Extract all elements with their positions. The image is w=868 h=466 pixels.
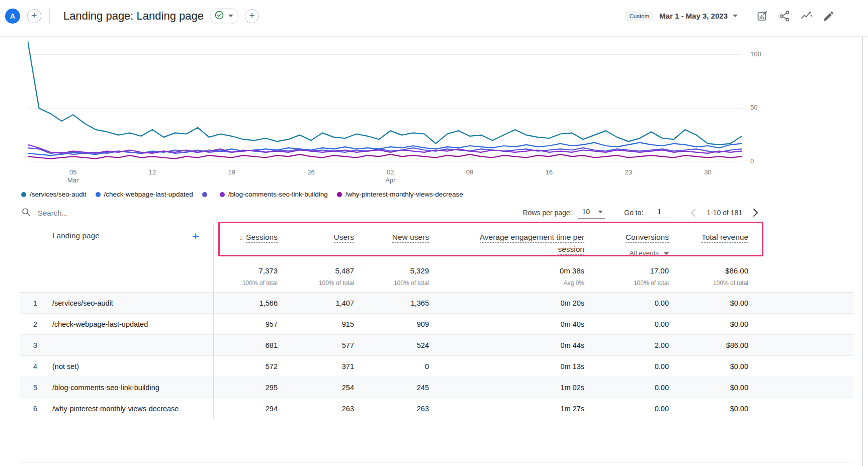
customize-report-icon[interactable]	[756, 10, 768, 22]
landing-page-cell[interactable]: /why-pinterest-monthly-views-decrease	[44, 405, 213, 413]
scrollbar[interactable]	[862, 37, 863, 466]
search-icon	[21, 207, 31, 219]
next-page-icon[interactable]	[749, 207, 761, 219]
add-comparison-button[interactable]: +	[27, 9, 41, 23]
row-number: 1	[20, 299, 44, 307]
goto-label: Go to:	[624, 209, 643, 217]
column-header-users[interactable]: Users	[278, 223, 354, 243]
report-saved-status-button[interactable]	[210, 8, 239, 24]
total-revenue-cell: $0.00	[669, 405, 748, 413]
report-table: Landing page + ↓Sessions Users New users…	[20, 223, 853, 419]
date-range-text[interactable]: Mar 1 - May 3, 2023	[659, 12, 728, 20]
conversions-event-filter[interactable]: All events	[584, 247, 669, 259]
legend-item[interactable]: /check-webpage-last-updated	[96, 191, 193, 198]
conversions-cell: 0.00	[584, 320, 669, 328]
x-axis-tick-label: 05Mar	[59, 168, 87, 184]
header-actions: Custom Mar 1 - May 3, 2023	[625, 10, 868, 23]
legend-label: /blog-comments-seo-link-building	[228, 191, 328, 198]
column-header-new-users[interactable]: New users	[354, 223, 429, 243]
edit-icon[interactable]	[823, 10, 835, 22]
users-cell: 254	[278, 384, 354, 392]
row-number: 2	[20, 320, 44, 328]
sessions-cell: 294	[213, 405, 278, 413]
share-icon[interactable]	[778, 10, 791, 22]
users-cell: 263	[278, 405, 354, 413]
landing-page-cell[interactable]: /blog-comments-seo-link-building	[44, 384, 213, 392]
legend-dot-icon	[21, 192, 26, 197]
column-header-total-revenue[interactable]: Total revenue	[669, 223, 748, 243]
search-input[interactable]	[38, 209, 189, 217]
legend-dot-icon	[220, 192, 225, 197]
x-axis-tick-label: 02Apr	[376, 168, 404, 184]
legend-item[interactable]: /blog-comments-seo-link-building	[220, 191, 328, 198]
column-header-conversions[interactable]: Conversions All events	[584, 223, 669, 259]
search-box	[21, 207, 189, 219]
table-row[interactable]: 6 /why-pinterest-monthly-views-decrease …	[20, 398, 853, 419]
legend-dot-icon	[96, 192, 101, 197]
totals-conversions: 17.00100% of total	[584, 260, 669, 292]
totals-sessions: 7,373100% of total	[213, 260, 278, 292]
chart-line[interactable]	[28, 41, 742, 145]
header-divider	[49, 9, 50, 23]
y-axis-tick-label: 50	[750, 104, 770, 111]
table-row[interactable]: 3 681 577 524 0m 44s 2.00 $86.00	[20, 335, 853, 356]
legend-item[interactable]: /services/seo-audit	[21, 191, 86, 198]
table-controls: Rows per page: 10 Go to: 1-10 of 181	[0, 202, 868, 223]
chart-line[interactable]	[28, 145, 742, 153]
add-metric-button[interactable]: +	[245, 9, 259, 23]
conversions-cell: 0.00	[584, 362, 669, 370]
table-row[interactable]: 1 /services/seo-audit 1,566 1,407 1,365 …	[20, 293, 853, 314]
x-axis-tick-label: 23	[615, 168, 643, 176]
dimension-header-label[interactable]: Landing page	[52, 231, 100, 240]
legend-item[interactable]: /why-pinterest-monthly-views-decrease	[337, 191, 463, 198]
legend-dot-icon	[202, 192, 207, 197]
top-bar: A + Landing page: Landing page + Custom …	[0, 0, 868, 32]
totals-avg-engagement: 0m 38sAvg 0%	[429, 260, 584, 292]
table-row[interactable]: 4 (not set) 572 371 0 0m 13s 0.00 $0.00	[20, 356, 853, 377]
column-header-avg-engagement[interactable]: Average engagement time per session	[429, 223, 584, 255]
new-users-cell: 0	[354, 362, 429, 370]
rows-per-page-select[interactable]: 10	[578, 207, 605, 219]
chart-plot-area[interactable]	[28, 38, 742, 164]
date-range-caret-icon[interactable]	[733, 15, 738, 17]
landing-page-cell[interactable]: /check-webpage-last-updated	[44, 320, 213, 328]
avg-engagement-cell: 0m 20s	[429, 299, 584, 307]
x-axis-tick-label: 09	[456, 168, 484, 176]
rows-per-page-label: Rows per page:	[523, 209, 572, 217]
actions-divider	[746, 10, 746, 23]
conversions-cell: 2.00	[584, 341, 669, 349]
legend-label: /services/seo-audit	[30, 191, 86, 198]
table-row[interactable]: 2 /check-webpage-last-updated 957 915 90…	[20, 314, 853, 335]
conversions-cell: 0.00	[584, 405, 669, 413]
add-column-button[interactable]: +	[192, 231, 199, 241]
chart-line[interactable]	[28, 143, 742, 156]
column-header-sessions[interactable]: ↓Sessions	[213, 223, 278, 243]
avatar[interactable]: A	[5, 9, 20, 24]
previous-page-icon[interactable]	[687, 207, 700, 219]
users-cell: 915	[278, 320, 354, 328]
total-revenue-cell: $86.00	[669, 341, 748, 349]
users-cell: 371	[278, 362, 354, 370]
conversions-filter-caret-icon	[664, 252, 669, 255]
legend-item[interactable]	[202, 192, 211, 197]
date-range-type-badge: Custom	[625, 11, 653, 21]
pagination-range-text: 1-10 of 181	[707, 209, 742, 217]
x-axis-tick-label: 26	[297, 168, 325, 176]
row-number: 5	[20, 384, 44, 392]
goto-page-input[interactable]	[648, 208, 670, 218]
sessions-cell: 1,566	[213, 299, 278, 307]
x-axis-tick-label: 30	[693, 168, 722, 176]
chart-line[interactable]	[28, 154, 742, 159]
conversions-cell: 0.00	[584, 299, 669, 307]
avg-engagement-cell: 0m 40s	[429, 320, 584, 328]
legend-label: /why-pinterest-monthly-views-decrease	[345, 191, 463, 198]
landing-page-cell[interactable]: /services/seo-audit	[44, 299, 213, 307]
insights-icon[interactable]	[801, 10, 813, 22]
landing-page-cell[interactable]: (not set)	[44, 362, 213, 370]
table-row[interactable]: 5 /blog-comments-seo-link-building 295 2…	[20, 377, 853, 398]
avg-engagement-cell: 1m 27s	[429, 405, 584, 413]
y-axis-tick-label: 100	[750, 50, 770, 58]
conversions-event-filter-label: All events	[629, 247, 659, 259]
row-number: 4	[20, 362, 44, 370]
rows-per-page-value: 10	[582, 208, 590, 216]
